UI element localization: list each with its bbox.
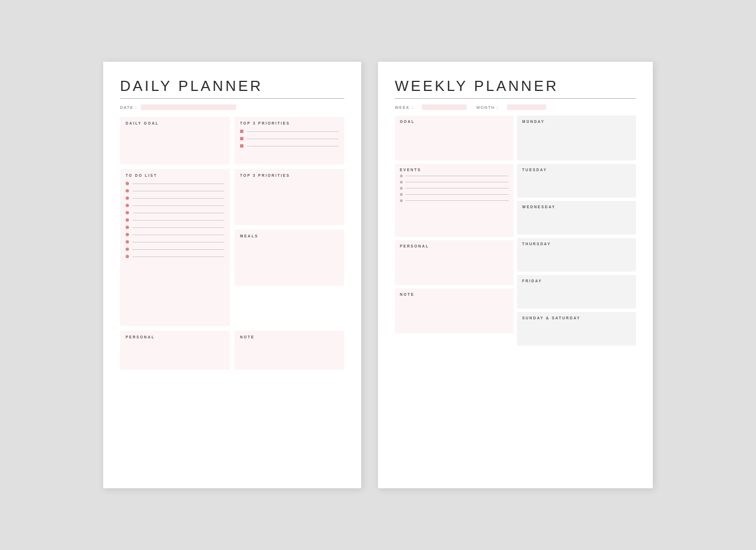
event-item [400, 181, 509, 184]
month-label: MONTH : [477, 106, 499, 109]
events-label: EVENTS [400, 168, 509, 172]
weekly-title-divider [395, 98, 636, 99]
personal-label: PERSONAL [126, 335, 224, 339]
bullet-icon [126, 189, 129, 192]
event-line [405, 188, 509, 189]
top3-1-label: TOP 3 PRIORITIES [240, 121, 339, 125]
friday-label: FRIDAY [522, 279, 631, 283]
priority-line [247, 131, 339, 132]
todo-item [126, 196, 224, 200]
wednesday-section: WEDNESDAY [517, 201, 636, 235]
bullet-icon [240, 144, 243, 148]
priority-item [240, 130, 339, 133]
todo-line [132, 220, 224, 221]
todo-line [132, 227, 224, 228]
daily-goal-label: DAILY GOAL [126, 121, 224, 125]
goal-section: GOAL [395, 116, 514, 161]
bullet-icon [240, 130, 243, 133]
event-item [400, 199, 509, 202]
friday-section: FRIDAY [517, 275, 636, 309]
event-line [405, 182, 509, 182]
todo-line [132, 242, 224, 242]
bullet-icon [126, 204, 129, 207]
todo-label: TO DO LIST [126, 173, 224, 177]
week-label: WEEK : [395, 106, 414, 109]
meals-label: MEALS [240, 234, 339, 238]
bullet-icon [400, 187, 403, 190]
date-row: DATE : [120, 104, 344, 110]
week-row: WEEK : MONTH : [395, 104, 636, 110]
bullet-icon [126, 211, 129, 214]
todo-line [132, 213, 224, 213]
event-line [405, 200, 509, 201]
daily-goal-section: DAILY GOAL [120, 117, 230, 164]
thursday-label: THURSDAY [522, 242, 631, 246]
priority-item [240, 144, 339, 148]
todo-line [132, 205, 224, 206]
note-section: NOTE [234, 331, 344, 370]
todo-item [126, 240, 224, 244]
bullet-icon [240, 137, 243, 140]
meals-section: MEALS [234, 230, 344, 286]
todo-item [126, 211, 224, 214]
bullet-icon [400, 199, 403, 202]
week-input[interactable] [422, 104, 467, 110]
todo-item [126, 189, 224, 192]
bullet-icon [126, 196, 129, 200]
todo-line [132, 191, 224, 191]
event-item [400, 187, 509, 190]
sunday-saturday-section: SUNDAY & SATURDAY [517, 312, 636, 346]
bullet-icon [126, 182, 129, 185]
tuesday-label: TUESDAY [522, 168, 631, 172]
monday-section: MONDAY [517, 116, 636, 161]
personal-section: PERSONAL [120, 331, 230, 370]
bullet-icon [126, 218, 129, 222]
note-label: NOTE [240, 335, 339, 339]
todo-line [132, 198, 224, 199]
note-weekly-section: NOTE [395, 288, 514, 333]
sunday-saturday-label: SUNDAY & SATURDAY [522, 316, 631, 320]
todo-line [132, 249, 224, 250]
bullet-icon [126, 247, 129, 251]
top3-priorities-2: TOP 3 PRIORITIES [234, 169, 344, 225]
todo-line [132, 256, 224, 257]
priority-line [247, 139, 339, 139]
top3-2-label: TOP 3 PRIORITIES [240, 173, 339, 177]
month-input[interactable] [507, 104, 546, 110]
monday-label: MONDAY [522, 120, 631, 123]
todo-line [132, 184, 224, 184]
goal-label: GOAL [400, 120, 509, 123]
todo-item [126, 204, 224, 207]
bullet-icon [126, 255, 129, 258]
bullet-icon [126, 233, 129, 236]
bullet-icon [400, 193, 403, 196]
todo-item [126, 218, 224, 222]
todo-item [126, 233, 224, 236]
todo-item [126, 255, 224, 258]
note-weekly-label: NOTE [400, 292, 509, 296]
date-input[interactable] [141, 104, 236, 110]
event-item [400, 175, 509, 177]
priority-line [247, 146, 339, 146]
bullet-icon [400, 181, 403, 184]
thursday-section: THURSDAY [517, 238, 636, 272]
personal-weekly-section: PERSONAL [395, 240, 514, 285]
daily-title: DAILY PLANNER [120, 77, 344, 95]
todo-item [126, 182, 224, 185]
wednesday-label: WEDNESDAY [522, 205, 631, 209]
events-section: EVENTS [395, 164, 514, 237]
todo-line [132, 235, 224, 235]
todo-item [126, 247, 224, 251]
bullet-icon [126, 226, 129, 229]
weekly-title: WEEKLY PLANNER [395, 77, 636, 95]
daily-planner: DAILY PLANNER DATE : DAILY GOAL TOP 3 PR… [103, 62, 361, 488]
tuesday-section: TUESDAY [517, 164, 636, 198]
priority-item [240, 137, 339, 140]
event-line [405, 194, 509, 195]
bullet-icon [400, 175, 403, 177]
event-line [405, 176, 509, 176]
event-item [400, 193, 509, 196]
weekly-planner: WEEKLY PLANNER WEEK : MONTH : GOAL EVENT… [378, 62, 653, 488]
date-label: DATE : [120, 106, 137, 109]
todo-item [126, 226, 224, 229]
